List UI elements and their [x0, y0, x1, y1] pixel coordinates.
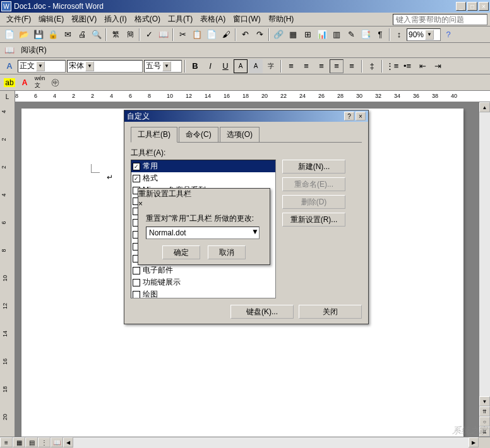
menu-window[interactable]: 窗口(W) — [229, 13, 264, 26]
italic-icon[interactable]: I — [203, 59, 217, 73]
subdialog-titlebar[interactable]: 重新设置工具栏 × — [138, 189, 270, 208]
checkbox-icon[interactable] — [133, 291, 140, 298]
vertical-scrollbar[interactable]: ▲ ▼ ⇈ ○ ⇊ — [479, 102, 490, 437]
checkbox-icon[interactable] — [133, 267, 140, 274]
style-combo[interactable]: 正文 ▼ — [18, 60, 66, 73]
show-hide-icon[interactable]: ¶ — [373, 28, 387, 42]
ruler-scale[interactable]: 8642246810121416182022242628303234363840 — [15, 91, 490, 102]
traditional-chinese-icon[interactable]: 繁 — [109, 28, 122, 42]
template-combo[interactable]: ▼ — [146, 227, 260, 239]
cut-icon[interactable]: ✂ — [176, 28, 189, 42]
research-icon[interactable]: 📖 — [157, 28, 170, 42]
styles-icon[interactable]: A — [3, 59, 16, 73]
template-input[interactable] — [146, 227, 251, 239]
checkbox-icon[interactable]: ✓ — [133, 175, 140, 182]
excel-icon[interactable]: 📊 — [315, 28, 329, 42]
justify-icon[interactable]: ≡ — [330, 59, 344, 73]
maximize-button[interactable]: □ — [467, 2, 477, 11]
chevron-down-icon[interactable]: ▼ — [251, 227, 259, 239]
char-scaling-icon[interactable]: 字 — [264, 59, 278, 73]
toolbar-list-item[interactable]: 绘图 — [131, 288, 275, 298]
decrease-indent-icon[interactable]: ⇤ — [415, 59, 429, 73]
tables-borders-icon[interactable]: ▦ — [286, 28, 300, 42]
close-button[interactable]: × — [479, 2, 489, 11]
format-painter-icon[interactable]: 🖌 — [219, 28, 233, 42]
char-border-icon[interactable]: A — [234, 59, 248, 73]
highlight-icon[interactable]: ab — [3, 76, 16, 90]
hyperlink-icon[interactable]: 🔗 — [272, 28, 285, 42]
toolbar-list-item[interactable]: ✓格式 — [131, 172, 275, 184]
bullets-icon[interactable]: •≡ — [400, 59, 414, 73]
menu-format[interactable]: 格式(O) — [131, 13, 164, 26]
align-center-icon[interactable]: ≡ — [299, 59, 313, 73]
help-search-input[interactable] — [393, 14, 487, 25]
enclose-char-icon[interactable]: ㊥ — [48, 76, 62, 90]
menu-help[interactable]: 帮助(H) — [265, 13, 298, 26]
phonetic-guide-icon[interactable]: wén文 — [33, 76, 47, 90]
insert-table-icon[interactable]: ⊞ — [301, 28, 314, 42]
scroll-down-icon[interactable]: ▼ — [479, 396, 490, 406]
drawing-icon[interactable]: ✎ — [344, 28, 358, 42]
dialog-close-button[interactable]: × — [356, 112, 366, 121]
hscroll-track[interactable] — [73, 437, 469, 448]
paste-icon[interactable]: 📄 — [205, 28, 218, 42]
increase-indent-icon[interactable]: ⇥ — [431, 59, 445, 73]
read-mode-icon[interactable]: 📖 — [3, 44, 16, 57]
cancel-button[interactable]: 取消 — [208, 245, 246, 259]
keyboard-button[interactable]: 键盘(K)... — [230, 305, 294, 319]
spellcheck-icon[interactable]: ✓ — [142, 28, 156, 42]
save-icon[interactable]: 💾 — [32, 28, 45, 42]
font-combo[interactable]: 宋体 ▼ — [67, 60, 143, 73]
outline-view-icon[interactable]: ⋮ — [38, 437, 51, 447]
menu-view[interactable]: 视图(V) — [68, 13, 100, 26]
redo-icon[interactable]: ↷ — [253, 28, 266, 42]
chevron-down-icon[interactable]: ▼ — [36, 61, 45, 71]
simplified-chinese-icon[interactable]: 簡 — [123, 28, 137, 42]
permission-icon[interactable]: 🔒 — [46, 28, 60, 42]
doc-map-icon[interactable]: 📑 — [359, 28, 373, 42]
underline-icon[interactable]: U — [218, 59, 232, 73]
menu-table[interactable]: 表格(A) — [196, 13, 229, 26]
bold-icon[interactable]: B — [188, 59, 202, 73]
help-icon[interactable]: ? — [441, 28, 455, 42]
chevron-down-icon[interactable]: ▼ — [425, 30, 434, 40]
menu-file[interactable]: 文件(F) — [3, 13, 35, 26]
ok-button[interactable]: 确定 — [162, 245, 200, 259]
subdialog-close-button[interactable]: × — [138, 199, 270, 208]
char-shading-icon[interactable]: A — [249, 59, 263, 73]
dialog-titlebar[interactable]: 自定义 ? × — [124, 110, 368, 122]
read-label[interactable]: 阅读(R) — [17, 44, 51, 57]
chevron-down-icon[interactable]: ▼ — [162, 61, 171, 71]
toolbar-list-item[interactable]: 功能键展示 — [131, 276, 275, 288]
font-color-icon[interactable]: A — [18, 76, 32, 90]
scroll-track[interactable] — [479, 112, 490, 396]
undo-icon[interactable]: ↶ — [238, 28, 252, 42]
distributed-icon[interactable]: ≡ — [345, 59, 359, 73]
align-left-icon[interactable]: ≡ — [284, 59, 298, 73]
ruler-corner[interactable]: L — [0, 91, 15, 102]
tab-toolbars[interactable]: 工具栏(B) — [131, 127, 177, 143]
toolbar-list-item[interactable]: 电子邮件 — [131, 264, 275, 276]
scroll-up-icon[interactable]: ▲ — [479, 102, 490, 112]
close-button[interactable]: 关闭 — [299, 305, 362, 319]
scroll-right-icon[interactable]: ▶ — [469, 437, 479, 447]
new-doc-icon[interactable]: 📄 — [3, 28, 16, 42]
zoom-combo[interactable]: 90% ▼ — [407, 28, 441, 41]
numbering-icon[interactable]: ⋮≡ — [385, 59, 399, 73]
direction-icon[interactable]: ↕ — [392, 28, 406, 42]
tab-commands[interactable]: 命令(C) — [179, 127, 218, 142]
menu-edit[interactable]: 编辑(E) — [35, 13, 68, 26]
chevron-down-icon[interactable]: ▼ — [85, 61, 94, 71]
menu-tools[interactable]: 工具(T) — [164, 13, 196, 26]
prev-page-icon[interactable]: ⇈ — [479, 406, 490, 416]
tab-options[interactable]: 选项(O) — [220, 127, 260, 142]
dialog-help-button[interactable]: ? — [344, 112, 354, 121]
vertical-ruler[interactable]: 422468101214161820 — [0, 102, 15, 437]
mail-icon[interactable]: ✉ — [61, 28, 75, 42]
reading-view-icon[interactable]: 📖 — [51, 437, 63, 447]
copy-icon[interactable]: 📋 — [190, 28, 204, 42]
normal-view-icon[interactable]: ≡ — [0, 437, 13, 447]
minimize-button[interactable]: _ — [456, 2, 466, 11]
toolbar-list-item[interactable]: ✓常用 — [131, 160, 275, 172]
print-preview-icon[interactable]: 🔍 — [90, 28, 104, 42]
